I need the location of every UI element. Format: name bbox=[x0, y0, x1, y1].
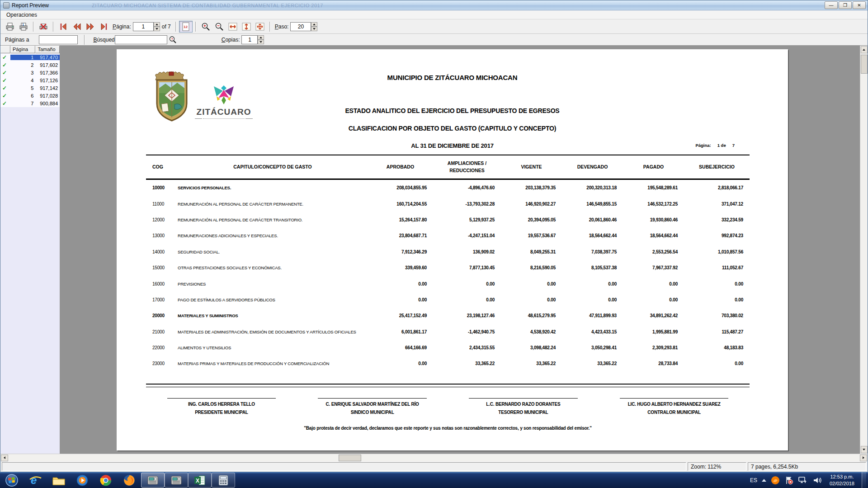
table-row: 14000 SEGURIDAD SOCIAL. 7,912,346.29 136… bbox=[146, 244, 750, 260]
page-list-row[interactable]: 1 917,470 bbox=[0, 53, 60, 61]
vertical-scroll-thumb[interactable] bbox=[861, 55, 868, 74]
page-list-panel: Página Tamaño 1 917,470 2 917,602 bbox=[0, 46, 60, 454]
taskbar-chrome[interactable] bbox=[94, 473, 118, 488]
paginas-a-input[interactable] bbox=[39, 35, 78, 44]
action-center-flag-icon[interactable] bbox=[784, 476, 793, 485]
paso-down-button[interactable] bbox=[311, 27, 317, 31]
last-page-icon bbox=[99, 23, 108, 31]
page-numbers-toggle-button[interactable]: 12 bbox=[179, 21, 193, 33]
taskbar-clock[interactable]: 12:53 p.m. 02/02/2018 bbox=[827, 474, 857, 487]
toolbar-secondary: Páginas a Búsqued ? Copias: bbox=[0, 34, 868, 46]
toolbar-separator bbox=[175, 22, 176, 32]
copias-down-button[interactable] bbox=[258, 40, 264, 44]
svg-text:?: ? bbox=[171, 37, 173, 41]
page-list-row[interactable]: 5 917,142 bbox=[0, 84, 60, 92]
page-list-row[interactable]: 6 917,028 bbox=[0, 92, 60, 99]
cell-cog: 15000 bbox=[146, 265, 178, 270]
status-pages-info: 7 pages, 6,254.5Kb bbox=[748, 462, 866, 471]
cell-subejercicio: 111,052.67 bbox=[684, 265, 750, 270]
cell-vigente: 8,049,255.31 bbox=[501, 249, 562, 254]
cell-devengado: 4,423,433.15 bbox=[562, 329, 623, 334]
first-page-button[interactable] bbox=[57, 21, 70, 33]
signature-line bbox=[620, 398, 728, 399]
calculator-icon bbox=[218, 474, 229, 486]
pagina-column-header[interactable]: Página bbox=[10, 46, 36, 53]
zoom-out-icon bbox=[215, 22, 224, 31]
scroll-left-button[interactable] bbox=[1, 455, 8, 461]
scroll-down-button[interactable] bbox=[861, 446, 868, 453]
cell-concepto: OTRAS PRESTACIONES SOCIALES Y ECONÓMICAS… bbox=[178, 265, 368, 270]
taskbar-internet-explorer[interactable]: e bbox=[24, 473, 47, 488]
cell-subejercicio: 2,818,066.17 bbox=[684, 185, 750, 190]
toolbar-separator bbox=[53, 22, 54, 32]
header-subejercicio: SUBEJERCICIO bbox=[684, 163, 750, 172]
print-setup-button[interactable]: 1 bbox=[17, 21, 30, 33]
check-column-header[interactable] bbox=[0, 46, 10, 53]
signature-name: C. ENRIQUE SALVADOR MARTÍNEZ DEL RÍO bbox=[297, 402, 448, 407]
zoom-out-button[interactable] bbox=[212, 21, 226, 33]
language-indicator[interactable]: ES bbox=[750, 477, 757, 483]
cell-devengado: 7,038,397.75 bbox=[562, 249, 623, 254]
minimize-button[interactable]: — bbox=[825, 1, 838, 9]
taskbar-firefox[interactable] bbox=[118, 473, 141, 488]
cell-vigente: 4,538,920.42 bbox=[501, 329, 562, 334]
taskbar-media-player[interactable] bbox=[71, 473, 94, 488]
tamano-column-header[interactable]: Tamaño bbox=[35, 46, 60, 53]
busqueda-input[interactable] bbox=[115, 35, 167, 44]
taskbar-contabilidad-app-2[interactable] bbox=[165, 473, 188, 488]
title-bar[interactable]: Report Preview ZITACUARO MICHOACAN SISTE… bbox=[0, 0, 868, 10]
close-button[interactable]: ✕ bbox=[853, 1, 866, 9]
cell-subejercicio: 371,047.12 bbox=[684, 202, 750, 206]
previous-page-icon bbox=[72, 23, 81, 31]
page-size: 917,602 bbox=[35, 62, 60, 68]
horizontal-scroll-thumb[interactable] bbox=[339, 455, 361, 461]
copias-input[interactable] bbox=[241, 35, 258, 44]
zoom-in-button[interactable] bbox=[199, 21, 212, 33]
page-list-row[interactable]: 2 917,602 bbox=[0, 61, 60, 69]
taskbar-calculator[interactable] bbox=[212, 473, 235, 488]
firefox-icon bbox=[123, 474, 136, 487]
next-page-button[interactable] bbox=[84, 21, 97, 33]
page-list-row[interactable]: 7 900,884 bbox=[0, 99, 60, 107]
network-tray-icon[interactable] bbox=[798, 476, 808, 485]
taskbar-file-explorer[interactable] bbox=[47, 473, 71, 488]
next-page-icon bbox=[86, 23, 95, 31]
paso-input[interactable] bbox=[290, 22, 311, 31]
taskbar-contabilidad-app-1[interactable] bbox=[141, 473, 165, 488]
cell-cog: 20000 bbox=[146, 313, 178, 318]
fit-height-button[interactable] bbox=[240, 21, 253, 33]
last-page-button[interactable] bbox=[97, 21, 111, 33]
previous-page-button[interactable] bbox=[70, 21, 84, 33]
search-button[interactable]: ? bbox=[167, 34, 178, 46]
page-list-row[interactable]: 3 917,366 bbox=[0, 69, 60, 76]
show-desktop-button[interactable] bbox=[862, 472, 866, 488]
print-button[interactable] bbox=[3, 21, 17, 33]
cancel-print-button[interactable] bbox=[37, 21, 50, 33]
signature-name: LIC. HUGO ALBERTO HERNANDEZ SUAREZ bbox=[599, 402, 750, 407]
paso-up-button[interactable] bbox=[311, 22, 317, 27]
page-list-row[interactable]: 4 917,126 bbox=[0, 76, 60, 84]
vertical-scrollbar[interactable] bbox=[860, 46, 868, 454]
pagina-up-button[interactable] bbox=[154, 22, 160, 27]
pagina-down-button[interactable] bbox=[154, 27, 160, 31]
scroll-right-button[interactable] bbox=[860, 455, 867, 461]
report-title-estado: ESTADO ANALITICO DEL EJERCICIO DEL PRESU… bbox=[117, 107, 788, 114]
fit-width-button[interactable] bbox=[226, 21, 240, 33]
hidden-icons-button[interactable] bbox=[762, 479, 766, 482]
cell-aprobado: 6,001,861.17 bbox=[368, 329, 433, 334]
toolbar-separator bbox=[269, 22, 270, 32]
check-icon bbox=[0, 77, 10, 84]
horizontal-scrollbar[interactable] bbox=[0, 454, 868, 461]
clock-date: 02/02/2018 bbox=[830, 480, 854, 487]
fit-page-button[interactable] bbox=[253, 21, 267, 33]
scroll-up-button[interactable] bbox=[861, 46, 868, 53]
restore-button[interactable]: ❐ bbox=[839, 1, 852, 9]
pagina-input[interactable] bbox=[133, 22, 154, 31]
taskbar-excel[interactable]: X bbox=[188, 473, 212, 488]
volume-tray-icon[interactable] bbox=[812, 476, 822, 485]
avast-tray-icon[interactable] bbox=[771, 476, 780, 485]
start-button[interactable] bbox=[0, 473, 24, 488]
header-aprobado: APROBADO bbox=[368, 163, 433, 172]
copias-up-button[interactable] bbox=[258, 35, 264, 40]
menu-operaciones[interactable]: Operaciones bbox=[3, 11, 40, 19]
